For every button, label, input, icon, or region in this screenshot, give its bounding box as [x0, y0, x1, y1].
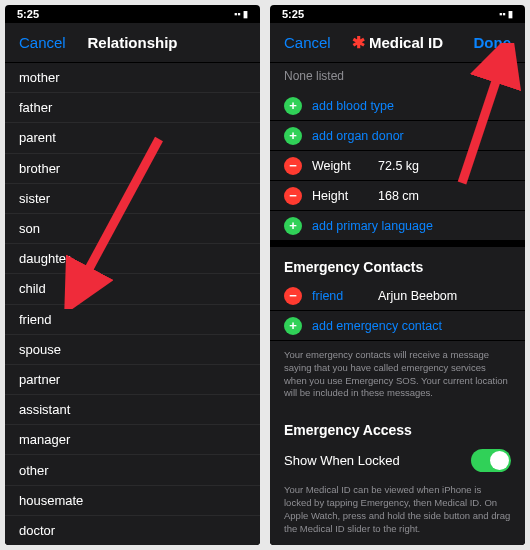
height-row[interactable]: − Height 168 cm: [270, 181, 525, 211]
relationship-item-child[interactable]: child: [5, 274, 260, 304]
cancel-button[interactable]: Cancel: [19, 34, 71, 51]
relationship-item-daughter[interactable]: daughter: [5, 244, 260, 274]
relationship-item-son[interactable]: son: [5, 214, 260, 244]
weight-label: Weight: [312, 159, 368, 173]
none-listed-text: None listed: [270, 63, 525, 91]
add-primary-language-row[interactable]: + add primary language: [270, 211, 525, 241]
status-bar: 5:25 ▪▪ ▮: [270, 5, 525, 23]
add-blood-type-row[interactable]: + add blood type: [270, 91, 525, 121]
relationship-item-spouse[interactable]: spouse: [5, 335, 260, 365]
nav-title-text: Medical ID: [369, 34, 443, 51]
emergency-access-footnote: Your Medical ID can be viewed when iPhon…: [270, 476, 525, 545]
relationship-item-friend[interactable]: friend: [5, 305, 260, 335]
done-button[interactable]: Done: [459, 34, 511, 51]
relationship-item-assistant[interactable]: assistant: [5, 395, 260, 425]
height-label: Height: [312, 189, 368, 203]
weight-row[interactable]: − Weight 72.5 kg: [270, 151, 525, 181]
medical-id-screen: 5:25 ▪▪ ▮ Cancel ✱ Medical ID Done None …: [270, 5, 525, 545]
add-emergency-contact-label: add emergency contact: [312, 319, 442, 333]
nav-title: ✱ Medical ID: [336, 33, 459, 52]
status-time: 5:25: [282, 8, 304, 20]
emergency-contacts-footnote: Your emergency contacts will receive a m…: [270, 341, 525, 410]
status-bar: 5:25 ▪▪ ▮: [5, 5, 260, 23]
relationship-list[interactable]: motherfatherparentbrothersistersondaught…: [5, 63, 260, 545]
relationship-item-partner[interactable]: partner: [5, 365, 260, 395]
relationship-item-brother[interactable]: brother: [5, 154, 260, 184]
show-when-locked-label: Show When Locked: [284, 453, 400, 468]
plus-icon: +: [284, 217, 302, 235]
status-right: ▪▪ ▮: [499, 9, 513, 19]
emergency-contacts-header: Emergency Contacts: [270, 247, 525, 281]
status-right: ▪▪ ▮: [234, 9, 248, 19]
relationship-item-mother[interactable]: mother: [5, 63, 260, 93]
minus-icon: −: [284, 157, 302, 175]
relationship-item-doctor[interactable]: doctor: [5, 516, 260, 545]
nav-bar: Cancel ✱ Medical ID Done: [270, 23, 525, 63]
contact-name: Arjun Beebom: [378, 289, 457, 303]
status-time: 5:25: [17, 8, 39, 20]
show-when-locked-toggle[interactable]: [471, 449, 511, 472]
relationship-item-parent[interactable]: parent: [5, 123, 260, 153]
relationship-screen: 5:25 ▪▪ ▮ Cancel Relationship motherfath…: [5, 5, 260, 545]
show-when-locked-row: Show When Locked: [270, 444, 525, 476]
height-value: 168 cm: [378, 189, 419, 203]
emergency-contact-row[interactable]: − friend Arjun Beebom: [270, 281, 525, 311]
relationship-item-other[interactable]: other: [5, 455, 260, 485]
plus-icon: +: [284, 317, 302, 335]
cancel-button[interactable]: Cancel: [284, 34, 336, 51]
nav-title: Relationship: [71, 34, 194, 51]
add-primary-language-label: add primary language: [312, 219, 433, 233]
plus-icon: +: [284, 97, 302, 115]
contact-relation: friend: [312, 289, 368, 303]
weight-value: 72.5 kg: [378, 159, 419, 173]
relationship-item-manager[interactable]: manager: [5, 425, 260, 455]
add-organ-donor-label: add organ donor: [312, 129, 404, 143]
add-blood-type-label: add blood type: [312, 99, 394, 113]
plus-icon: +: [284, 127, 302, 145]
emergency-access-header: Emergency Access: [270, 410, 525, 444]
minus-icon: −: [284, 187, 302, 205]
medical-id-content[interactable]: None listed + add blood type + add organ…: [270, 63, 525, 545]
relationship-item-housemate[interactable]: housemate: [5, 486, 260, 516]
relationship-item-sister[interactable]: sister: [5, 184, 260, 214]
medical-id-star-icon: ✱: [352, 33, 365, 52]
relationship-item-father[interactable]: father: [5, 93, 260, 123]
nav-bar: Cancel Relationship: [5, 23, 260, 63]
add-emergency-contact-row[interactable]: + add emergency contact: [270, 311, 525, 341]
add-organ-donor-row[interactable]: + add organ donor: [270, 121, 525, 151]
minus-icon: −: [284, 287, 302, 305]
